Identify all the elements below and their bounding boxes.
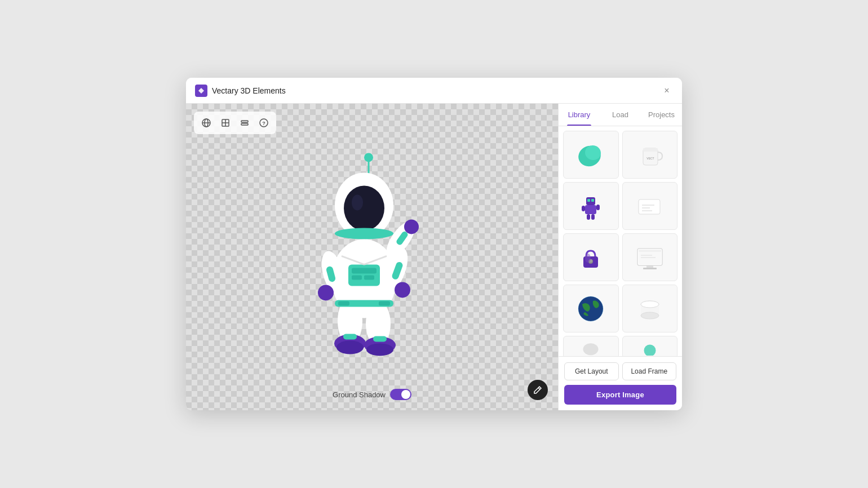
svg-line-43 <box>538 388 540 389</box>
astronaut-figure <box>285 143 443 380</box>
svg-rect-67 <box>639 250 661 252</box>
svg-point-13 <box>344 185 384 230</box>
svg-rect-55 <box>587 214 590 220</box>
edit-button[interactable] <box>528 380 548 400</box>
thumbnail-green-blob[interactable] <box>563 131 619 179</box>
svg-point-15 <box>335 228 393 239</box>
thumbnail-partial-2[interactable] <box>622 336 678 356</box>
svg-text:VECT: VECT <box>646 157 654 160</box>
svg-rect-68 <box>646 265 653 268</box>
svg-rect-54 <box>596 205 600 210</box>
svg-point-25 <box>395 282 410 298</box>
svg-rect-50 <box>587 199 590 202</box>
rotate-tool-button[interactable] <box>198 115 214 131</box>
svg-point-64 <box>585 254 591 263</box>
thumbnail-partial-1[interactable] <box>563 336 619 356</box>
svg-rect-20 <box>364 275 374 280</box>
title-bar-left: Vectary 3D Elements <box>195 85 286 97</box>
svg-point-22 <box>318 285 334 300</box>
svg-text:?: ? <box>262 121 265 126</box>
thumbnail-earth[interactable] <box>563 285 619 332</box>
tab-load[interactable]: Load <box>600 104 641 126</box>
svg-point-14 <box>352 194 363 210</box>
svg-point-28 <box>404 219 419 234</box>
layers-tool-button[interactable] <box>237 115 253 131</box>
ground-shadow-label: Ground Shadow <box>333 391 386 399</box>
panel-action-row: Get Layout Load Frame <box>564 362 676 380</box>
svg-rect-51 <box>591 199 594 202</box>
svg-rect-53 <box>582 206 585 211</box>
svg-point-78 <box>583 343 599 355</box>
panel-bottom: Get Layout Load Frame Export Image <box>559 356 682 410</box>
svg-point-79 <box>644 345 656 356</box>
get-layout-button[interactable]: Get Layout <box>564 362 619 380</box>
app-logo <box>195 85 207 97</box>
svg-rect-37 <box>373 336 387 341</box>
toolbar: ? <box>194 112 276 134</box>
svg-point-77 <box>641 301 659 308</box>
thumbnail-robot[interactable] <box>563 182 619 230</box>
ground-shadow-toggle[interactable] <box>390 389 411 400</box>
window-title: Vectary 3D Elements <box>212 86 286 95</box>
svg-rect-42 <box>379 301 390 305</box>
svg-point-36 <box>366 343 393 356</box>
thumbnail-white-mug[interactable]: VECT <box>622 131 678 179</box>
app-window: Vectary 3D Elements × <box>186 78 682 410</box>
svg-rect-41 <box>338 301 349 305</box>
help-tool-button[interactable]: ? <box>256 115 272 131</box>
ground-shadow-control: Ground Shadow <box>333 389 411 400</box>
svg-rect-56 <box>591 214 595 220</box>
canvas-area: ? <box>186 104 558 410</box>
svg-rect-52 <box>585 205 596 214</box>
svg-point-32 <box>336 340 364 354</box>
object-tool-button[interactable] <box>218 115 233 131</box>
thumbnail-white-card[interactable] <box>622 182 678 230</box>
svg-rect-69 <box>643 268 657 269</box>
close-button[interactable]: × <box>661 85 673 97</box>
svg-point-76 <box>641 312 659 319</box>
svg-rect-33 <box>343 334 357 339</box>
svg-rect-19 <box>352 275 362 280</box>
svg-rect-47 <box>643 148 658 152</box>
svg-rect-57 <box>639 199 660 214</box>
svg-rect-18 <box>352 268 377 273</box>
load-frame-button[interactable]: Load Frame <box>622 362 677 380</box>
svg-rect-7 <box>241 123 248 125</box>
thumbnail-lock[interactable] <box>563 233 619 281</box>
right-panel: Library Load Projects <box>558 104 682 410</box>
thumbnail-cylinder[interactable] <box>622 285 678 332</box>
panel-tabs: Library Load Projects <box>559 104 682 126</box>
title-bar: Vectary 3D Elements × <box>186 78 682 104</box>
export-image-button[interactable]: Export Image <box>564 385 676 405</box>
tab-library[interactable]: Library <box>559 104 600 126</box>
svg-rect-6 <box>241 121 248 122</box>
svg-point-11 <box>364 153 373 162</box>
tab-projects[interactable]: Projects <box>641 104 682 126</box>
panel-grid: VECT <box>559 126 682 356</box>
main-content: ? <box>186 104 682 410</box>
thumbnail-monitor[interactable] <box>622 233 678 281</box>
